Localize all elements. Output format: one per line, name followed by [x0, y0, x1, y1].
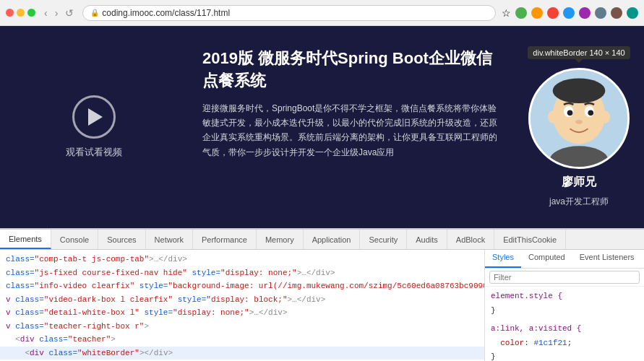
tab-audits[interactable]: Audits	[407, 230, 447, 249]
style-selector: element.style {	[491, 290, 638, 304]
devtools-tabs: Elements Console Sources Network Perform…	[0, 230, 644, 250]
extension-icon-5[interactable]	[579, 7, 591, 19]
tab-editthiscookie[interactable]: EditThisCookie	[494, 230, 566, 249]
tab-application[interactable]: Application	[304, 230, 361, 249]
html-line-selected: <div class="whiteBorder"></div>	[0, 347, 484, 360]
styles-filter	[485, 269, 644, 287]
avatar-image	[531, 68, 627, 169]
refresh-button[interactable]: ↺	[62, 6, 77, 20]
browser-chrome: ‹ › ↺ 🔒 coding.imooc.com/class/117.html …	[0, 0, 644, 26]
teacher-info: div.whiteBorder 140 × 140	[514, 26, 644, 228]
svg-point-6	[588, 110, 593, 116]
tab-network[interactable]: Network	[146, 230, 193, 249]
tab-performance[interactable]: Performance	[193, 230, 257, 249]
extension-icon-6[interactable]	[595, 7, 606, 19]
style-close: }	[491, 350, 638, 361]
star-icon[interactable]: ☆	[502, 7, 511, 19]
html-line: <div class="teacher">	[0, 333, 484, 347]
extension-icon-7[interactable]	[611, 7, 622, 19]
tab-adblock[interactable]: AdBlock	[447, 230, 494, 249]
html-line: class="comp-tab-t js-comp-tab">…</div>	[0, 253, 484, 266]
svg-point-5	[567, 110, 573, 116]
forward-button[interactable]: ›	[52, 6, 61, 20]
filter-input[interactable]	[489, 271, 640, 284]
extension-icon-8[interactable]	[627, 7, 638, 19]
tab-sources[interactable]: Sources	[98, 230, 145, 249]
course-info: 2019版 微服务时代Spring Boot企业微信点餐系统 迎接微服务时代，S…	[188, 26, 514, 228]
style-block-1: a:link, a:visited { color: #1c1f21; }	[491, 322, 638, 361]
styles-tab-styles[interactable]: Styles	[485, 250, 521, 268]
toolbar-icons: ☆	[502, 7, 638, 19]
webpage-preview: 观看试看视频 2019版 微服务时代Spring Boot企业微信点餐系统 迎接…	[0, 26, 644, 228]
address-bar[interactable]: 🔒 coding.imooc.com/class/117.html	[82, 5, 496, 21]
course-title: 2019版 微服务时代Spring Boot企业微信点餐系统	[202, 48, 499, 92]
play-triangle-icon	[88, 108, 103, 126]
avatar	[528, 68, 630, 169]
traffic-lights	[6, 9, 35, 17]
html-panel[interactable]: class="comp-tab-t js-comp-tab">…</div> c…	[0, 250, 485, 361]
tab-security[interactable]: Security	[360, 230, 407, 249]
html-line: v class="video-dark-box l clearfix" styl…	[0, 293, 484, 307]
lock-icon: 🔒	[90, 9, 99, 17]
styles-tab-event-listeners[interactable]: Event Listeners	[572, 250, 642, 268]
tab-memory[interactable]: Memory	[257, 230, 304, 249]
svg-point-7	[575, 120, 583, 124]
extension-icon-2[interactable]	[531, 7, 543, 19]
minimize-button[interactable]	[17, 9, 25, 17]
html-line: class="info-video clearfix" style="backg…	[0, 279, 484, 293]
style-selector: a:link, a:visited {	[491, 322, 638, 336]
url-text: coding.imooc.com/class/117.html	[102, 8, 230, 18]
html-line: class="js-fixed course-fixed-nav hide" s…	[0, 266, 484, 280]
styles-panel: Styles Computed Event Listeners element.…	[485, 250, 644, 361]
svg-point-9	[601, 110, 610, 123]
teacher-name: 廖师兄	[562, 175, 596, 190]
course-description: 迎接微服务时代，SpringBoot是你不得不学之框架，微信点餐系统将带你体验敏…	[202, 101, 499, 160]
watch-video-label: 观看试看视频	[66, 146, 122, 159]
nav-arrows: ‹ › ↺	[41, 6, 77, 20]
styles-tabs: Styles Computed Event Listeners	[485, 250, 644, 269]
devtools-body: class="comp-tab-t js-comp-tab">…</div> c…	[0, 250, 644, 361]
back-button[interactable]: ‹	[41, 6, 51, 20]
element-tooltip: div.whiteBorder 140 × 140	[528, 46, 630, 59]
extension-icon-1[interactable]	[515, 7, 527, 19]
tab-elements[interactable]: Elements	[0, 230, 51, 249]
tab-console[interactable]: Console	[51, 230, 98, 249]
extension-icon-3[interactable]	[547, 7, 559, 19]
close-button[interactable]	[6, 9, 14, 17]
play-button[interactable]	[72, 95, 116, 139]
video-preview-area: 观看试看视频	[0, 26, 188, 228]
style-prop-1: color: #1c1f21;	[491, 336, 638, 351]
styles-tab-computed[interactable]: Computed	[521, 250, 572, 268]
svg-point-2	[553, 78, 606, 103]
html-line: v class="teacher-right-box r">	[0, 320, 484, 334]
style-close: }	[491, 304, 638, 318]
devtools-panel: Elements Console Sources Network Perform…	[0, 228, 644, 361]
teacher-title: java开发工程师	[549, 196, 609, 208]
styles-content: element.style { } a:link, a:visited { co…	[485, 287, 644, 361]
maximize-button[interactable]	[27, 9, 35, 17]
html-line: v class="detail-white-box l" style="disp…	[0, 306, 484, 320]
style-block-element: element.style { }	[491, 290, 638, 318]
extension-icon-4[interactable]	[563, 7, 575, 19]
svg-point-8	[548, 110, 557, 123]
